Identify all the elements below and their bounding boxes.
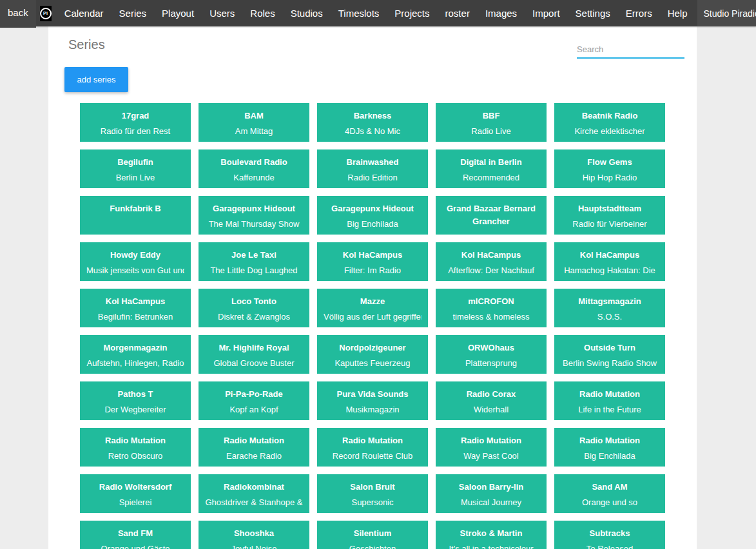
series-card[interactable]: MorgenmagazinAufstehn, Hinlegen, Radio	[80, 335, 191, 374]
series-card[interactable]: mICROFONtimeless & homeless	[436, 289, 547, 327]
series-card[interactable]: ShooshkaJoyful Noise	[199, 521, 309, 549]
nav-item-calendar[interactable]: Calendar	[57, 0, 111, 26]
series-card[interactable]: Pura Vida SoundsMusikmagazin	[317, 381, 428, 420]
series-card[interactable]: BBFRadio Live	[436, 103, 547, 142]
series-card-title: Sand AM	[561, 481, 659, 494]
series-card[interactable]: MazzeVöllig aus der Luft gegriffen	[317, 289, 428, 327]
series-card-title: Radio Corax	[442, 388, 540, 401]
series-card[interactable]: Stroko & MartinIt's all in a technicolou…	[436, 521, 547, 549]
series-card-title: Boulevard Radio	[205, 156, 303, 169]
series-card[interactable]: Howdy EddyMusik jenseits von Gut und	[80, 242, 191, 281]
back-link[interactable]: back	[0, 0, 36, 28]
studio-select[interactable]: Studio Piradio	[697, 0, 756, 26]
series-card[interactable]: 17gradRadio für den Rest	[80, 103, 191, 142]
nav-item-series[interactable]: Series	[111, 0, 155, 26]
search-field	[577, 41, 684, 59]
series-card[interactable]: Loco TontoDiskret & Zwanglos	[199, 289, 309, 327]
series-card[interactable]: Boulevard RadioKafferunde	[199, 149, 309, 188]
series-card[interactable]: Mr. Highlife RoyalGlobal Groove Buster	[199, 335, 309, 374]
series-card[interactable]: Funkfabrik B	[80, 196, 191, 235]
series-card-title: Radio Mutation	[561, 434, 659, 447]
series-card[interactable]: Radio MutationRetro Obscuro	[80, 428, 191, 467]
studio-select-value: Studio Piradio	[704, 8, 756, 19]
nav-item-import[interactable]: Import	[525, 0, 568, 26]
series-card-subtitle: S.O.S.	[561, 311, 659, 323]
series-card[interactable]: Kol HaCampusBegilufin: Betrunken	[80, 289, 191, 327]
series-card-subtitle: Recommended	[442, 171, 540, 184]
series-card[interactable]: Barkness4DJs & No Mic	[317, 103, 428, 142]
series-card-title: Salon Bruit	[324, 481, 422, 494]
series-card-subtitle: Hip Hop Radio	[561, 171, 659, 184]
series-card[interactable]: Grand Bazaar Bernard Grancher	[436, 196, 547, 235]
series-card-title: Barkness	[324, 110, 422, 122]
series-card[interactable]: MittagsmagazinS.O.S.	[554, 289, 665, 327]
series-card[interactable]: RadiokombinatGhostdriver & Stanhope &	[199, 474, 309, 513]
series-card[interactable]: Garagepunx HideoutBig Enchilada	[317, 196, 428, 235]
series-card-subtitle: Radio Live	[442, 125, 540, 138]
nav-item-help[interactable]: Help	[660, 0, 695, 26]
series-card-subtitle: Retro Obscuro	[86, 450, 184, 463]
series-card-subtitle: Orange und Gäste	[86, 543, 184, 549]
series-card[interactable]: BAMAm Mittag	[199, 103, 309, 142]
series-card[interactable]: Radio MutationRecord Roulette Club	[317, 428, 428, 467]
series-card-subtitle: Radio für Vierbeiner	[561, 218, 659, 231]
series-card[interactable]: Radio MutationBig Enchilada	[554, 428, 665, 467]
series-card[interactable]: Kol HaCampusAfterflow: Der Nachlauf	[436, 242, 547, 281]
nav-item-projects[interactable]: Projects	[387, 0, 437, 26]
nav-item-timeslots[interactable]: Timeslots	[331, 0, 387, 26]
series-card[interactable]: ORWOhausPlattensprung	[436, 335, 547, 374]
nav-item-roster[interactable]: roster	[438, 0, 478, 26]
series-card[interactable]: Pathos TDer Wegbereiter	[80, 381, 191, 420]
series-card[interactable]: NordpolzigeunerKaputtes Feuerzeug	[317, 335, 428, 374]
series-card-subtitle: Filter: Im Radio	[324, 264, 422, 277]
series-card-title: BBF	[442, 110, 540, 122]
add-series-button[interactable]: add series	[64, 67, 128, 92]
series-card[interactable]: Beatnik RadioKirche eklektischer	[554, 103, 665, 142]
search-input[interactable]	[577, 41, 684, 59]
series-card-subtitle: Radio für den Rest	[86, 125, 184, 138]
series-card[interactable]: Radio WoltersdorfSpielerei	[80, 474, 191, 513]
series-card[interactable]: SubtracksTo Released	[554, 521, 665, 549]
series-card[interactable]: Radio MutationWay Past Cool	[436, 428, 547, 467]
series-card-subtitle: Musikmagazin	[324, 403, 422, 416]
nav-item-playout[interactable]: Playout	[154, 0, 202, 26]
series-card[interactable]: BegilufinBerlin Live	[80, 149, 191, 188]
nav-item-users[interactable]: Users	[202, 0, 242, 26]
series-card-title: Radio Woltersdorf	[86, 481, 184, 494]
series-card-title: Nordpolzigeuner	[324, 342, 422, 354]
series-card-title: 17grad	[86, 110, 184, 122]
series-card-subtitle: The Little Dog Laughed	[205, 264, 303, 277]
nav-item-errors[interactable]: Errors	[618, 0, 660, 26]
series-card-title: Pathos T	[86, 388, 184, 401]
series-card[interactable]: Garagepunx HideoutThe Mal Thursday Show	[199, 196, 309, 235]
series-card[interactable]: Digital in BerlinRecommended	[436, 149, 547, 188]
series-card[interactable]: SilentiumGeschichten	[317, 521, 428, 549]
series-card[interactable]: Salon BruitSupersonic	[317, 474, 428, 513]
series-card[interactable]: Joe Le TaxiThe Little Dog Laughed	[199, 242, 309, 281]
series-card-title: Radio Mutation	[324, 434, 422, 447]
nav-item-settings[interactable]: Settings	[568, 0, 618, 26]
nav-item-studios[interactable]: Studios	[283, 0, 331, 26]
series-card-subtitle: Berlin Live	[86, 171, 184, 184]
nav-item-roles[interactable]: Roles	[242, 0, 282, 26]
series-card[interactable]: Saloon Barry-linMusical Journey	[436, 474, 547, 513]
series-card[interactable]: Outside TurnBerlin Swing Radio Show	[554, 335, 665, 374]
piradio-logo-icon[interactable]: PI	[40, 6, 52, 21]
series-card[interactable]: Sand FMOrange und Gäste	[80, 521, 191, 549]
series-card[interactable]: Radio MutationEarache Radio	[199, 428, 309, 467]
series-card-subtitle: Plattensprung	[442, 357, 540, 370]
series-card[interactable]: Flow GemsHip Hop Radio	[554, 149, 665, 188]
series-card[interactable]: BrainwashedRadio Edition	[317, 149, 428, 188]
series-card[interactable]: Kol HaCampusHamachog Hakatan: Die	[554, 242, 665, 281]
series-card[interactable]: HauptstadtteamRadio für Vierbeiner	[554, 196, 665, 235]
nav-item-images[interactable]: Images	[478, 0, 525, 26]
series-card-title: ORWOhaus	[442, 342, 540, 354]
series-card[interactable]: Sand AMOrange und so	[554, 474, 665, 513]
series-card-subtitle: Big Enchilada	[561, 450, 659, 463]
series-card[interactable]: Radio CoraxWiderhall	[436, 381, 547, 420]
series-card-subtitle: Life in the Future	[561, 403, 659, 416]
series-card[interactable]: Kol HaCampusFilter: Im Radio	[317, 242, 428, 281]
series-card-subtitle: Völlig aus der Luft gegriffen	[324, 311, 422, 323]
series-card[interactable]: Pi-Pa-Po-RadeKopf an Kopf	[199, 381, 309, 420]
series-card[interactable]: Radio MutationLife in the Future	[554, 381, 665, 420]
